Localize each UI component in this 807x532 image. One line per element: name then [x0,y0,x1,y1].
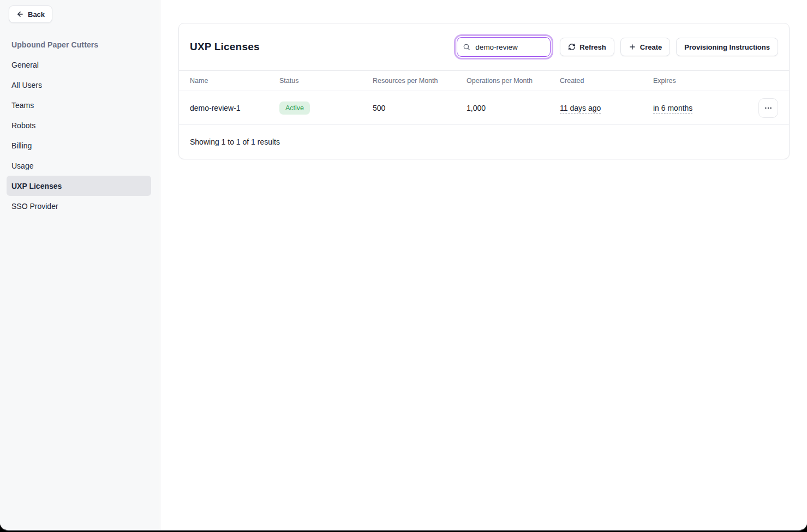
org-name: Upbound Paper Cutters [7,34,151,55]
refresh-icon [568,43,576,51]
arrow-left-icon [16,10,24,18]
column-header-created: Created [560,77,653,85]
back-button[interactable]: Back [9,5,52,23]
uxp-licenses-card: UXP Licenses [178,23,790,159]
operations-per-month-value: 1,000 [467,104,560,112]
column-header-name: Name [190,77,279,85]
table-row: demo-review-1 Active 500 1,000 11 days a… [179,91,789,125]
column-header-operations: Operations per Month [467,77,560,85]
table-header-row: Name Status Resources per Month Operatio… [179,71,789,91]
create-button[interactable]: Create [620,38,670,56]
app-window: Back Upbound Paper Cutters General All U… [0,0,807,531]
sidebar-item-uxp-licenses[interactable]: UXP Licenses [7,176,151,196]
created-cell: 11 days ago [560,104,653,112]
column-header-status: Status [279,77,373,85]
provisioning-instructions-button[interactable]: Provisioning Instructions [676,38,778,56]
sidebar-item-robots[interactable]: Robots [7,115,151,135]
row-actions-button[interactable] [758,98,778,118]
search-icon [463,43,470,51]
license-name: demo-review-1 [190,104,279,112]
sidebar-item-all-users[interactable]: All Users [7,75,151,95]
refresh-button[interactable]: Refresh [560,38,614,56]
settings-sidebar: Back Upbound Paper Cutters General All U… [0,0,160,530]
created-value[interactable]: 11 days ago [560,104,601,112]
resources-per-month-value: 500 [373,104,467,112]
results-summary: Showing 1 to 1 of 1 results [179,125,789,159]
page-title: UXP Licenses [190,41,260,53]
sidebar-item-teams[interactable]: Teams [7,95,151,115]
refresh-button-label: Refresh [579,43,606,51]
back-button-label: Back [28,10,45,19]
search-input[interactable] [457,37,551,57]
ellipsis-icon [764,104,773,112]
main-content: UXP Licenses [160,0,807,530]
plus-icon [629,43,636,51]
sidebar-nav: Upbound Paper Cutters General All Users … [7,34,151,216]
sidebar-item-billing[interactable]: Billing [7,135,151,156]
column-header-expires: Expires [653,77,748,85]
provisioning-instructions-label: Provisioning Instructions [684,43,770,51]
expires-cell: in 6 months [653,104,748,112]
license-status-cell: Active [279,101,373,115]
sidebar-item-sso-provider[interactable]: SSO Provider [7,196,151,216]
expires-value[interactable]: in 6 months [653,104,692,112]
status-badge: Active [279,101,310,115]
sidebar-item-general[interactable]: General [7,55,151,75]
header-actions: Refresh Create Provisioning Instructions [454,34,778,59]
column-header-resources: Resources per Month [373,77,467,85]
card-header: UXP Licenses [179,23,789,71]
create-button-label: Create [640,43,662,51]
search-field [454,34,554,59]
sidebar-item-usage[interactable]: Usage [7,156,151,176]
